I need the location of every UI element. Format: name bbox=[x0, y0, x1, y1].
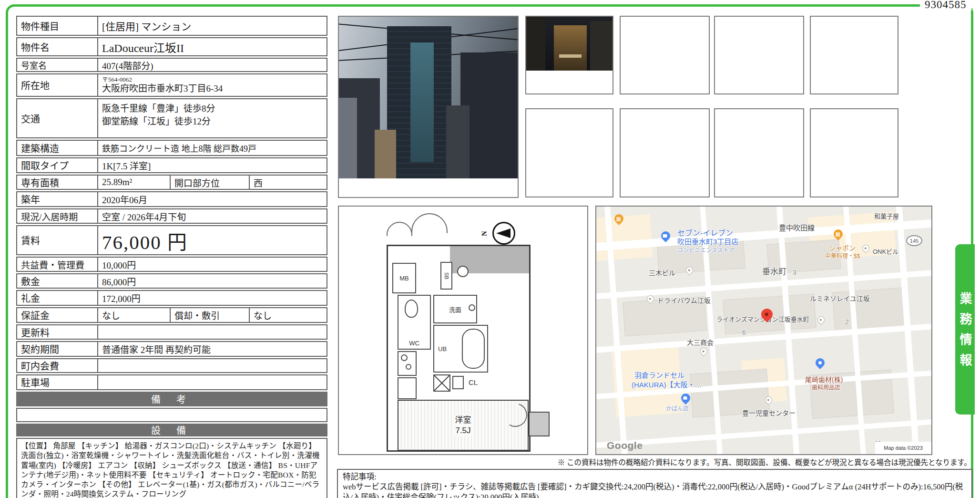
equipment-header: 設 備 bbox=[16, 424, 327, 436]
address: 大阪府吹田市垂水町3丁目6-34 bbox=[102, 83, 323, 94]
remarks-header: 備 考 bbox=[16, 392, 327, 406]
table-row: 駐車場 bbox=[16, 374, 327, 390]
remarks-row bbox=[16, 408, 327, 422]
main-photo bbox=[338, 16, 519, 198]
table-row: 敷金86,000円 bbox=[16, 273, 327, 289]
table-row: 間取タイプ1K[7.5 洋室] bbox=[16, 157, 327, 173]
table-row: 築年2020年06月 bbox=[16, 191, 327, 207]
photo-placeholder bbox=[714, 16, 804, 94]
table-row: 契約期間普通借家 2年間 再契約可能 bbox=[16, 341, 327, 357]
closet-xbox bbox=[433, 374, 450, 392]
main-room: 洋室7.5J bbox=[398, 400, 529, 451]
rent-amount: 76,000 円 bbox=[97, 226, 327, 254]
transit-line-2: 御堂筋線「江坂」徒歩12分 bbox=[102, 114, 323, 127]
table-row: 専有面積 25.89m² 開口部方位 西 bbox=[16, 175, 327, 190]
special-notes-title: 特記事項: bbox=[343, 472, 967, 482]
photo-placeholder bbox=[810, 16, 898, 94]
property-sheet: 9304585 物件種目[住居用] マンション 物件名LaDouceur江坂II… bbox=[0, 0, 980, 498]
map-label-road: 豊中吹田線 bbox=[779, 222, 815, 232]
table-row: 保証金 なし 償却・敷引 なし bbox=[16, 307, 327, 323]
photo-placeholder bbox=[620, 16, 710, 94]
equipment-text: 【位置】 角部屋 【キッチン】 給湯器・ガスコンロ(2口)・システムキッチン 【… bbox=[16, 438, 327, 498]
map-label-tarumi: 垂水町 bbox=[762, 265, 786, 277]
meter-box: MB bbox=[392, 263, 416, 293]
north-indicator: N bbox=[480, 231, 489, 236]
map-label-kaban: かばん店 bbox=[666, 404, 689, 412]
balcony-unit bbox=[529, 412, 550, 436]
map-label-chapon-cat: 中華料理・$$ bbox=[825, 251, 860, 259]
table-row: 物件種目[住居用] マンション bbox=[16, 16, 327, 36]
table-row: 号室名407(4階部分) bbox=[16, 58, 327, 72]
kitchen-stove bbox=[398, 351, 417, 376]
map-label-lumine: ルミネソレイユ江坂 bbox=[810, 293, 870, 303]
map-label-ozaki: 尾崎歯材(株) bbox=[805, 374, 843, 384]
toilet-bowl bbox=[405, 300, 418, 318]
property-table: 物件種目[住居用] マンション 物件名LaDouceur江坂II 号室名407(… bbox=[16, 16, 327, 498]
google-logo: Google bbox=[607, 440, 643, 451]
floorplan: N MB SB 洗面 WC UB CL 洋室7.5J bbox=[338, 206, 588, 455]
table-row: 礼金172,000円 bbox=[16, 290, 327, 306]
table-row: 共益費・管理費10,000円 bbox=[16, 257, 327, 272]
entrance-photo-art bbox=[526, 17, 612, 71]
map-label-daisan: 大三商会 bbox=[687, 337, 714, 347]
fixture-circle bbox=[457, 266, 469, 277]
map-label-seven3: コンビニエンスストア bbox=[677, 246, 735, 254]
special-notes-body: webサービス広告掲載 [許可]・チラシ、雑誌等掲載広告 [要確認]・カギ鍵交換… bbox=[343, 482, 967, 498]
closet-box bbox=[452, 376, 464, 389]
table-row: 更新料 bbox=[16, 324, 327, 340]
table-row: 所在地 〒564-0062大阪府吹田市垂水町3丁目6-34 bbox=[16, 73, 327, 97]
table-row: 物件名LaDouceur江坂II bbox=[16, 37, 327, 56]
map-label-chapon: シャポン bbox=[829, 243, 856, 252]
photo-placeholder bbox=[810, 108, 898, 197]
photo-placeholder bbox=[714, 108, 804, 197]
map-label-block6: 6 bbox=[742, 329, 746, 336]
table-row: 建築構造鉄筋コンクリート造 地上8階 総戸数49戸 bbox=[16, 140, 327, 156]
table-row-rent: 賃料76,000 円 bbox=[16, 225, 327, 255]
building-photo-art bbox=[339, 17, 518, 178]
map-label-ozaki-cat: 歯科用品店 bbox=[812, 383, 840, 391]
table-row: 交通 阪急千里線「豊津」徒歩8分御堂筋線「江坂」徒歩12分 bbox=[16, 98, 327, 138]
transit-line-1: 阪急千里線「豊津」徒歩8分 bbox=[102, 101, 323, 114]
postal-code: 〒564-0062 bbox=[102, 76, 323, 83]
map-roads bbox=[595, 206, 932, 455]
document-number: 9304585 bbox=[920, 0, 971, 11]
map-label-block3: 3 bbox=[793, 269, 796, 276]
map-label-block2: 2 bbox=[845, 318, 849, 326]
photo-placeholder bbox=[525, 108, 613, 197]
photo-thumb-entrance bbox=[525, 16, 613, 94]
table-row: 町内会費 bbox=[16, 358, 327, 373]
special-notes-box: 特記事項: webサービス広告掲載 [許可]・チラシ、雑誌等掲載広告 [要確認]… bbox=[337, 469, 972, 498]
map-label-wagashiya: 和菓子屋 bbox=[874, 211, 899, 220]
map-attribution: Map data ©2023 bbox=[875, 442, 931, 454]
basin-circle bbox=[469, 304, 475, 311]
closet-label: CL bbox=[469, 378, 478, 386]
door-arc bbox=[387, 222, 412, 248]
kitchen-sink bbox=[398, 377, 417, 399]
map-label-seven2: 吹田垂水町3丁目店 bbox=[677, 236, 738, 246]
shoe-box: SB bbox=[440, 262, 452, 290]
door-arc bbox=[411, 213, 448, 249]
bathtub bbox=[462, 329, 485, 369]
location-map[interactable]: 和菓子屋 豊中吹田線 セブン-イレブン 吹田垂水町3丁目店 コンビニエンスストア… bbox=[595, 206, 932, 455]
disclaimer-note: ※ この資料は物件の概略紹介資料になります。写真、間取図面、設備、概要などが現況… bbox=[558, 456, 971, 467]
map-label-miki: 三木ビル bbox=[649, 268, 675, 277]
map-label-onk: ONKビル bbox=[873, 247, 898, 256]
business-info-label: 業務情報 bbox=[956, 285, 974, 374]
route-badge: 145 bbox=[906, 235, 922, 246]
photo-placeholder bbox=[620, 108, 710, 197]
table-row: 現況/入居時期空室 / 2026年4月下旬 bbox=[16, 208, 327, 224]
map-label-hakura1: 羽倉ランドセル bbox=[634, 370, 684, 380]
map-label-hakura2: (HAKURA)【大阪・… bbox=[632, 379, 702, 389]
map-label-jido: 豊一児童センター bbox=[742, 408, 796, 417]
business-info-tab[interactable]: 業務情報 bbox=[955, 244, 975, 415]
map-label-dry: ドライバウム江坂 bbox=[657, 295, 711, 305]
